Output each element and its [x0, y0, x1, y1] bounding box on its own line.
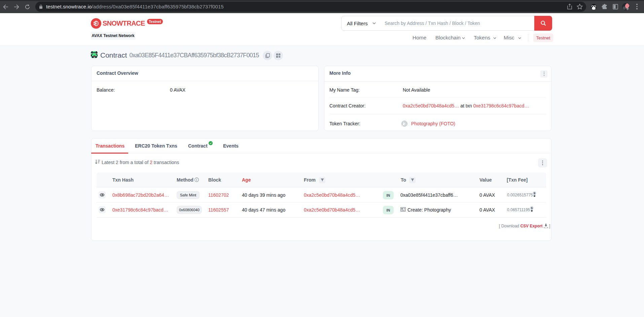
svg-text:$: $ — [534, 192, 535, 195]
svg-text:$: $ — [531, 207, 533, 210]
